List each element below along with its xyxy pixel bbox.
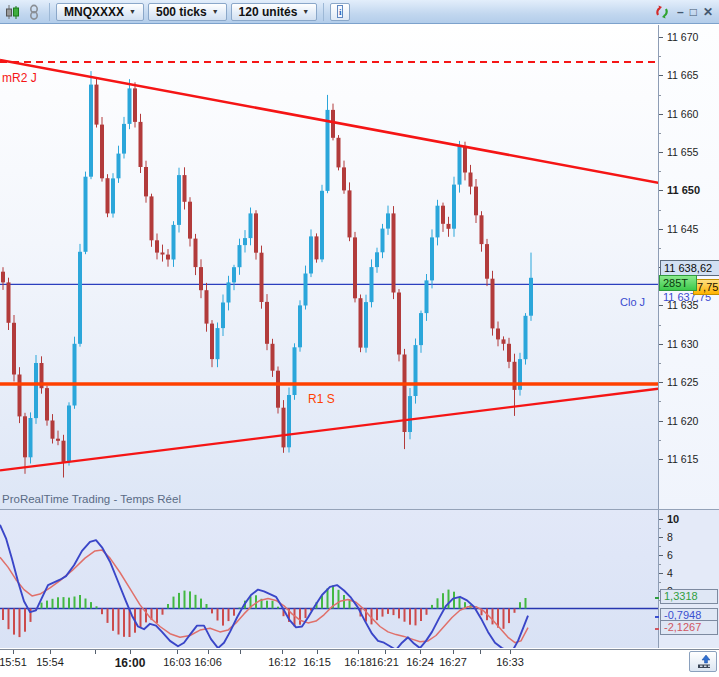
timeframe-label: 500 ticks bbox=[156, 5, 207, 19]
indicator-value-badge: -2,1267 bbox=[660, 620, 718, 635]
price-tick-label: 11 650 bbox=[667, 184, 700, 196]
chart-toolbar: MNQXXXX ▼ 500 ticks ▼ 120 unités ▼ i bbox=[0, 0, 719, 24]
price-minor-tick bbox=[659, 56, 661, 57]
time-tick bbox=[208, 650, 209, 654]
mr2-level-label: mR2 J bbox=[2, 71, 37, 85]
time-tick bbox=[317, 650, 318, 654]
time-tick-label: 16:06 bbox=[194, 656, 222, 668]
time-tick-label: 15:51 bbox=[0, 656, 27, 668]
price-minor-tick bbox=[659, 325, 661, 326]
price-chart-canvas[interactable]: mR2 J R1 S Clo J bbox=[0, 25, 658, 509]
indicator-tick-label: 4 bbox=[667, 567, 673, 579]
price-tick-label: 11 630 bbox=[667, 338, 698, 350]
time-tick bbox=[13, 650, 14, 654]
time-tick-label: 16:15 bbox=[303, 656, 331, 668]
chevron-down-icon: ▼ bbox=[302, 8, 309, 15]
clo-level-label: Clo J bbox=[620, 296, 645, 308]
time-tick-label: 16:18 bbox=[344, 656, 372, 668]
candlestick-chart-icon[interactable] bbox=[3, 3, 21, 21]
price-tick-label: 11 660 bbox=[667, 108, 698, 120]
price-tick bbox=[659, 305, 663, 306]
time-minor-tick bbox=[240, 650, 241, 654]
time-minor-tick bbox=[95, 650, 96, 654]
time-minor-tick bbox=[480, 650, 481, 654]
indicator-tick-label: 10 bbox=[667, 513, 679, 525]
price-tick bbox=[659, 344, 663, 345]
indicator-tick bbox=[659, 555, 663, 556]
indicator-value-badge: 1,3318 bbox=[660, 589, 718, 604]
indicator-badge-tick bbox=[655, 616, 659, 618]
instrument-label: MNQXXXX bbox=[64, 5, 124, 19]
price-minor-tick bbox=[659, 363, 661, 364]
indicator-tick bbox=[659, 537, 663, 538]
price-minor-tick bbox=[659, 133, 661, 134]
instrument-dropdown[interactable]: MNQXXXX ▼ bbox=[56, 3, 144, 21]
indicator-minor-tick bbox=[659, 564, 661, 565]
price-tick-label: 11 670 bbox=[667, 31, 698, 43]
price-tick-label: 11 665 bbox=[667, 69, 698, 81]
price-minor-tick bbox=[659, 171, 661, 172]
indicator-canvas[interactable] bbox=[0, 510, 658, 648]
price-tick-label: 11 620 bbox=[667, 415, 698, 427]
price-tick bbox=[659, 421, 663, 422]
time-tick bbox=[130, 650, 131, 654]
time-tick-label: 16:27 bbox=[439, 656, 467, 668]
time-tick bbox=[50, 650, 51, 654]
time-tick bbox=[453, 650, 454, 654]
price-tick-label: 11 615 bbox=[667, 453, 698, 465]
price-tick-label: 11 645 bbox=[667, 223, 698, 235]
price-tick bbox=[659, 229, 663, 230]
info-button[interactable]: i bbox=[330, 3, 350, 21]
price-minor-tick bbox=[659, 248, 661, 249]
price-minor-tick bbox=[659, 440, 661, 441]
time-tick-label: 16:12 bbox=[268, 656, 296, 668]
indicator-tick-label: 8 bbox=[667, 531, 673, 543]
time-tick-label: 16:33 bbox=[496, 656, 524, 668]
chevron-down-icon: ▼ bbox=[212, 8, 219, 15]
time-tick bbox=[358, 650, 359, 654]
price-tick bbox=[659, 190, 663, 191]
price-minor-tick bbox=[659, 401, 661, 402]
indicator-minor-tick bbox=[659, 546, 661, 547]
platform-watermark: ProRealTime Trading - Temps Réel bbox=[2, 493, 181, 505]
price-tick bbox=[659, 152, 663, 153]
price-tick-label: 11 625 bbox=[667, 376, 698, 388]
minimize-button[interactable]: – bbox=[677, 6, 684, 18]
price-tick bbox=[659, 114, 663, 115]
timeframe-dropdown[interactable]: 500 ticks ▼ bbox=[148, 3, 227, 21]
sync-refresh-icon[interactable] bbox=[653, 3, 671, 21]
restore-panel-button[interactable] bbox=[689, 651, 717, 672]
time-tick-label: 16:21 bbox=[371, 656, 399, 668]
time-axis[interactable]: 15:5115:5416:0016:0316:0616:1216:1516:18… bbox=[0, 649, 719, 677]
time-tick-label: 16:24 bbox=[406, 656, 434, 668]
maximize-button[interactable]: □ bbox=[690, 6, 697, 18]
trading-app-window: MNQXXXX ▼ 500 ticks ▼ 120 unités ▼ i bbox=[0, 0, 719, 677]
link-instrument-icon[interactable] bbox=[25, 3, 43, 21]
indicator-badge-tick bbox=[655, 597, 659, 599]
price-minor-tick bbox=[659, 95, 661, 96]
tick-countdown-badge: 285T bbox=[659, 275, 697, 291]
indicator-tick-label: 6 bbox=[667, 549, 673, 561]
info-icon: i bbox=[337, 5, 343, 18]
indicator-minor-tick bbox=[659, 582, 661, 583]
time-tick bbox=[282, 650, 283, 654]
time-tick bbox=[177, 650, 178, 654]
time-tick-label: 16:03 bbox=[163, 656, 191, 668]
time-tick bbox=[510, 650, 511, 654]
indicator-tick bbox=[659, 573, 663, 574]
price-tick-label: 11 655 bbox=[667, 146, 698, 158]
indicator-badge-tick bbox=[655, 628, 659, 630]
units-label: 120 unités bbox=[239, 5, 298, 19]
time-tick-label: 16:00 bbox=[115, 656, 146, 670]
chevron-down-icon: ▼ bbox=[129, 8, 136, 15]
time-tick bbox=[385, 650, 386, 654]
price-tick bbox=[659, 37, 663, 38]
close-button[interactable]: ✕ bbox=[703, 6, 713, 18]
r1s-level-label: R1 S bbox=[308, 392, 335, 406]
indicator-axis[interactable]: 1086421,3318-0,7948-2,1267 bbox=[658, 510, 719, 648]
units-dropdown[interactable]: 120 unités ▼ bbox=[231, 3, 318, 21]
price-tick bbox=[659, 382, 663, 383]
last-price-badge: 11 638,62 bbox=[660, 260, 719, 276]
price-axis[interactable]: 11 637,75 11 638,62 285T 7,75 11 67011 6… bbox=[658, 25, 719, 509]
price-tick bbox=[659, 459, 663, 460]
